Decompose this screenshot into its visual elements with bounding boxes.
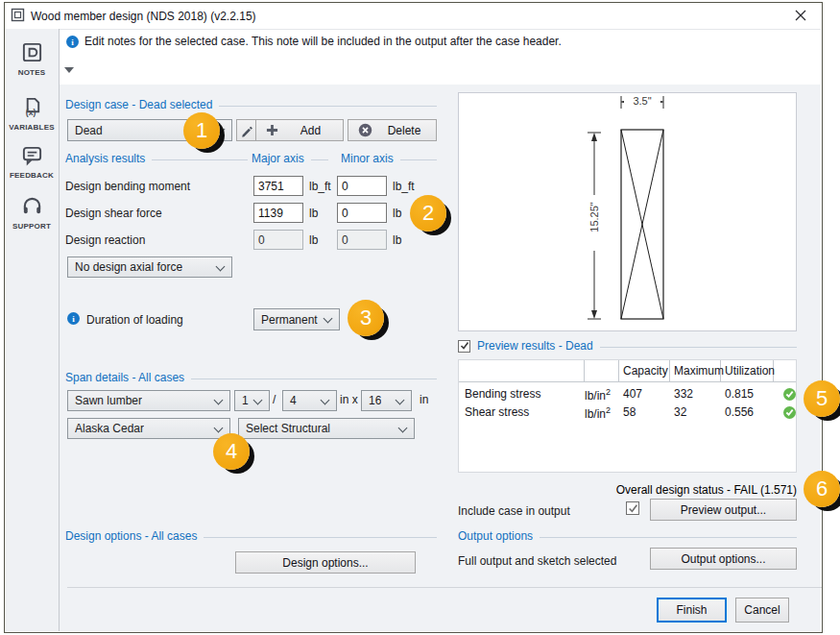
design-case-group-header: Design case - Dead selected — [65, 98, 437, 111]
reaction-major-input — [253, 230, 303, 250]
delete-case-button[interactable]: Delete — [348, 119, 437, 141]
duration-select[interactable]: Permanent — [253, 308, 340, 330]
output-options-group-header: Output options — [458, 529, 797, 543]
sidebar-item-label: FEEDBACK — [10, 171, 54, 180]
wood-member-design-dialog: Wood member design (NDS 2018) (v2.2.15) … — [0, 0, 840, 635]
grade-select[interactable]: Select Structural — [238, 418, 415, 439]
info-icon: i — [67, 312, 80, 325]
include-case-checkbox[interactable] — [626, 501, 639, 515]
result-row-label: Shear stress — [465, 405, 529, 419]
analysis-group-header: Analysis results — [65, 152, 248, 165]
result-row-maximum: 332 — [674, 387, 693, 401]
plus-icon — [266, 124, 278, 136]
finish-button-label: Finish — [676, 603, 707, 617]
edit-case-button[interactable] — [236, 119, 257, 141]
sidebar-item-support[interactable]: SUPPORT — [5, 195, 59, 231]
bending-moment-major-input[interactable] — [253, 176, 303, 196]
result-row-maximum: 32 — [674, 405, 686, 419]
grade-value: Select Structural — [246, 422, 330, 435]
species-select[interactable]: Alaska Cedar — [67, 418, 230, 439]
width-select[interactable]: 4 — [282, 390, 337, 411]
design-options-button[interactable]: Design options... — [235, 551, 416, 574]
info-icon: i — [66, 36, 79, 48]
shear-force-minor-unit: lb — [393, 207, 401, 220]
finish-button[interactable]: Finish — [657, 598, 727, 623]
member-sketch-panel: 3.5" 15.25" — [458, 92, 797, 331]
reaction-label: Design reaction — [65, 233, 145, 247]
reaction-minor-input — [337, 230, 387, 250]
design-options-header-label: Design options - All cases — [65, 529, 197, 543]
shear-force-minor-input[interactable] — [337, 203, 387, 223]
in-x-label: in x — [340, 393, 358, 406]
output-summary-label: Full output and sketch selected — [458, 554, 616, 568]
chevron-down-icon — [321, 397, 329, 405]
preview-results-header-label: Preview results - Dead — [477, 339, 593, 353]
span-details-header-label: Span details - All cases — [65, 371, 184, 384]
cancel-button[interactable]: Cancel — [735, 598, 789, 623]
axial-force-select[interactable]: No design axial force — [67, 256, 232, 278]
sidebar-item-notes[interactable]: NOTES — [5, 41, 59, 77]
depth-select[interactable]: 16 — [361, 390, 412, 411]
chevron-down-icon — [216, 263, 225, 272]
reaction-minor-unit: lb — [393, 233, 401, 247]
overall-design-status: Overall design status - FAIL (1.571) — [458, 483, 797, 497]
sidebar-item-variables[interactable]: (x) VARIABLES — [5, 96, 59, 132]
minor-axis-header: Minor axis — [341, 152, 437, 165]
output-options-button[interactable]: Output options... — [650, 548, 797, 570]
variables-icon: (x) — [21, 96, 43, 121]
bending-moment-minor-input[interactable] — [337, 176, 387, 196]
cancel-button-label: Cancel — [744, 603, 780, 617]
member-type-select[interactable]: Sawn lumber — [67, 390, 230, 411]
output-options-header-label: Output options — [458, 529, 533, 543]
callout-badge-2: 2 — [410, 195, 446, 232]
pass-check-icon — [783, 406, 796, 419]
notes-icon — [21, 41, 43, 66]
sidebar-item-label: SUPPORT — [12, 222, 51, 231]
notes-expander-icon[interactable] — [64, 67, 74, 73]
sidebar-item-feedback[interactable]: FEEDBACK — [5, 144, 59, 180]
ply-count-value: 1 — [242, 394, 249, 407]
add-case-button[interactable]: Add — [255, 119, 344, 141]
output-options-button-label: Output options... — [681, 552, 765, 566]
major-axis-label: Major axis — [252, 152, 304, 165]
reaction-major-unit: lb — [309, 233, 318, 247]
delete-button-label: Delete — [372, 124, 436, 137]
shear-force-major-input[interactable] — [253, 203, 303, 223]
sidebar-item-label: NOTES — [18, 68, 46, 77]
axial-force-value: No design axial force — [75, 260, 182, 274]
window-title: Wood member design (NDS 2018) (v2.2.15) — [31, 10, 256, 23]
bending-moment-major-unit: lb_ft — [309, 180, 331, 193]
result-row-capacity: 407 — [623, 387, 642, 401]
height-dimension-label: 15.25" — [588, 195, 600, 239]
shear-force-label: Design shear force — [65, 207, 162, 220]
span-details-group-header: Span details - All cases — [65, 371, 437, 384]
chevron-down-icon — [396, 397, 404, 405]
preview-output-button-label: Preview output... — [681, 503, 766, 517]
member-type-value: Sawn lumber — [75, 394, 142, 407]
results-table: Capacity Maximum Utilization Bending str… — [458, 359, 797, 473]
window-icon — [11, 8, 25, 25]
design-case-header-label: Design case - Dead selected — [65, 98, 212, 111]
callout-badge-5: 5 — [804, 380, 840, 417]
support-icon — [21, 195, 43, 220]
shear-force-major-unit: lb — [309, 207, 318, 220]
preview-results-group-header: Preview results - Dead — [458, 339, 797, 353]
preview-results-checkbox[interactable] — [458, 340, 470, 353]
notes-hint-text: Edit notes for the selected case. This n… — [84, 35, 562, 48]
in-label: in — [420, 393, 428, 406]
preview-output-button[interactable]: Preview output... — [650, 499, 797, 521]
width-value: 4 — [290, 394, 297, 407]
check-icon — [460, 341, 469, 351]
ply-count-select[interactable]: 1 — [234, 390, 270, 411]
result-row-unit: lb/in2 — [585, 405, 611, 421]
callout-badge-1: 1 — [183, 112, 220, 149]
column-header-capacity: Capacity — [623, 364, 668, 378]
callout-badge-6: 6 — [804, 471, 840, 507]
bending-moment-label: Design bending moment — [65, 180, 190, 193]
chevron-down-icon — [214, 425, 223, 433]
design-options-group-header: Design options - All cases — [65, 529, 437, 543]
close-icon[interactable] — [789, 6, 812, 25]
design-options-button-label: Design options... — [282, 556, 368, 570]
column-header-utilization: Utilization — [725, 364, 775, 378]
minor-axis-label: Minor axis — [341, 152, 394, 165]
